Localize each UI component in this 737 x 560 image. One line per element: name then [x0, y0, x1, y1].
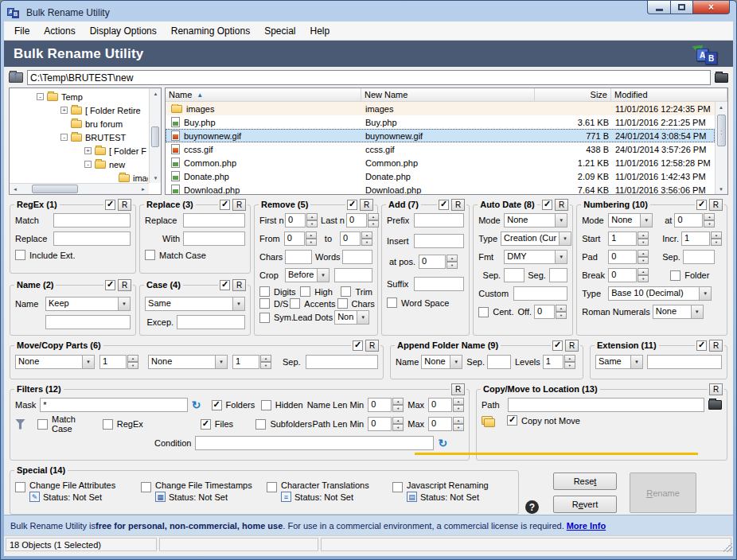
from-value[interactable]: 0: [284, 231, 305, 246]
tree-collapse-icon[interactable]: -: [37, 93, 44, 100]
chevron-down-icon[interactable]: [555, 214, 567, 227]
path-len-max-spinner[interactable]: 0: [428, 417, 464, 431]
with-input[interactable]: [183, 231, 245, 246]
replace-reset-button[interactable]: R: [232, 199, 246, 211]
extension-mode-dropdown[interactable]: Same: [595, 355, 643, 369]
chevron-down-icon[interactable]: [630, 356, 642, 368]
cent-checkbox[interactable]: Cent.: [478, 307, 513, 317]
path-input[interactable]: [27, 70, 711, 85]
insert-input[interactable]: [414, 234, 464, 248]
condition-input[interactable]: [195, 436, 434, 450]
tree-collapse-icon[interactable]: -: [84, 161, 92, 168]
checkbox[interactable]: [341, 286, 351, 297]
roman-numerals-dropdown[interactable]: None: [653, 305, 704, 319]
browse-folder-icon[interactable]: [715, 73, 728, 83]
at-value[interactable]: 0: [674, 213, 703, 228]
numbering-reset-button[interactable]: R: [709, 199, 723, 211]
menu-actions[interactable]: Actions: [37, 22, 82, 40]
part2-count[interactable]: 1: [232, 355, 259, 369]
chevron-down-icon[interactable]: [232, 298, 244, 310]
help-icon[interactable]: ?: [525, 500, 539, 514]
add-reset-button[interactable]: R: [451, 199, 465, 211]
checkbox[interactable]: [259, 313, 270, 323]
spinner-buttons[interactable]: [638, 231, 649, 246]
at-pos-value[interactable]: 0: [419, 255, 446, 269]
digits-checkbox[interactable]: Digits: [259, 286, 298, 297]
menu-special[interactable]: Special: [257, 22, 302, 40]
part2-count-spinner[interactable]: 1: [232, 355, 271, 369]
spinner-buttons[interactable]: [638, 250, 649, 264]
spinner-buttons[interactable]: [638, 268, 649, 282]
part1-count-spinner[interactable]: 1: [99, 355, 138, 369]
more-info-link[interactable]: More Info: [567, 521, 606, 531]
character-translations-checkbox[interactable]: [267, 482, 277, 492]
break-spinner[interactable]: 0: [608, 268, 649, 282]
filters-reset-button[interactable]: R: [451, 383, 465, 395]
date-format-dropdown[interactable]: DMY: [504, 250, 567, 264]
menu-file[interactable]: File: [7, 22, 37, 40]
start-value[interactable]: 1: [608, 231, 637, 246]
pad-value[interactable]: 0: [608, 250, 637, 264]
scroll-up-icon[interactable]: ▲: [716, 102, 727, 112]
name-mode-dropdown[interactable]: Keep: [45, 297, 131, 311]
spinner-buttons[interactable]: [127, 355, 138, 369]
refresh-icon[interactable]: [192, 399, 201, 410]
file-row[interactable]: Download.php Download.php 7.64 KB 11/01/…: [166, 183, 715, 194]
checkbox[interactable]: [507, 415, 517, 426]
mask-input[interactable]: [40, 398, 188, 412]
match-case-checkbox[interactable]: Match Case: [145, 250, 206, 260]
numbering-mode-dropdown[interactable]: None: [608, 213, 653, 228]
move-copy-enabled-checkbox[interactable]: [353, 340, 363, 351]
extension-input[interactable]: [647, 355, 722, 369]
reset-button[interactable]: Reset: [553, 472, 617, 490]
at-spinner[interactable]: 0: [674, 213, 715, 228]
chevron-down-icon[interactable]: [317, 269, 329, 282]
path-len-min-spinner[interactable]: 0: [368, 417, 404, 431]
replace-enabled-checkbox[interactable]: [220, 200, 230, 210]
spinner-buttons[interactable]: [446, 255, 458, 269]
append-folder-reset-button[interactable]: R: [565, 340, 579, 352]
file-row[interactable]: Buy.php Buy.php 3.61 KB 11/01/2016 2:21:…: [166, 115, 715, 129]
ds-checkbox[interactable]: D/S: [259, 298, 288, 309]
file-row[interactable]: ccss.gif ccss.gif 438 B 24/01/2014 3:57:…: [166, 142, 715, 156]
scroll-up-icon[interactable]: ▲: [150, 88, 162, 99]
prefix-input[interactable]: [414, 213, 464, 228]
column-header-modified[interactable]: Modified: [611, 88, 727, 101]
regex-match-input[interactable]: [53, 213, 131, 228]
spinner-buttons[interactable]: [453, 398, 464, 412]
javascript-renaming-checkbox[interactable]: [392, 482, 403, 492]
chevron-down-icon[interactable]: [450, 356, 462, 368]
scroll-right-icon[interactable]: ►: [138, 184, 149, 194]
first-n-spinner[interactable]: 0: [285, 213, 318, 228]
refresh-icon[interactable]: [438, 438, 447, 449]
copy-move-path-input[interactable]: [508, 398, 704, 412]
add-enabled-checkbox[interactable]: [439, 200, 449, 210]
column-header-size[interactable]: Size: [535, 88, 611, 101]
filters-match-case-checkbox[interactable]: Match Case: [37, 414, 94, 434]
chevron-down-icon[interactable]: [640, 214, 652, 227]
file-list-scrollbar[interactable]: ▲ ▼: [715, 102, 727, 194]
file-row[interactable]: Donate.php Donate.php 2.09 KB 11/01/2016…: [166, 169, 715, 183]
menu-help[interactable]: Help: [303, 22, 337, 40]
change-file-attributes-checkbox[interactable]: [15, 482, 25, 492]
crop-input[interactable]: [334, 268, 372, 282]
file-row[interactable]: buynownew.gif buynownew.gif 771 B 24/01/…: [166, 129, 715, 142]
file-list-scrollbar-thumb[interactable]: [717, 115, 726, 146]
resize-grip[interactable]: [723, 542, 732, 552]
move-copy-reset-button[interactable]: R: [365, 340, 379, 352]
scroll-down-icon[interactable]: ▼: [716, 184, 727, 194]
numbering-enabled-checkbox[interactable]: [696, 200, 707, 210]
minimize-button[interactable]: [647, 1, 671, 14]
checkbox[interactable]: [261, 400, 271, 410]
tree-item-folder-retire[interactable]: +[ Folder Retire: [10, 103, 148, 117]
tree-expand-icon[interactable]: +: [84, 147, 92, 154]
spinner-buttons[interactable]: [564, 355, 575, 369]
date-custom-input[interactable]: [513, 286, 567, 301]
accents-checkbox[interactable]: Accents: [290, 298, 335, 309]
rename-button[interactable]: Rename: [630, 472, 696, 513]
chevron-down-icon[interactable]: [118, 298, 130, 310]
tree-hscrollbar-thumb[interactable]: [32, 185, 78, 193]
first-n-value[interactable]: 0: [285, 213, 306, 228]
menu-renaming-options[interactable]: Renaming Options: [164, 22, 257, 40]
date-type-dropdown[interactable]: Creation (Cur: [501, 231, 571, 246]
